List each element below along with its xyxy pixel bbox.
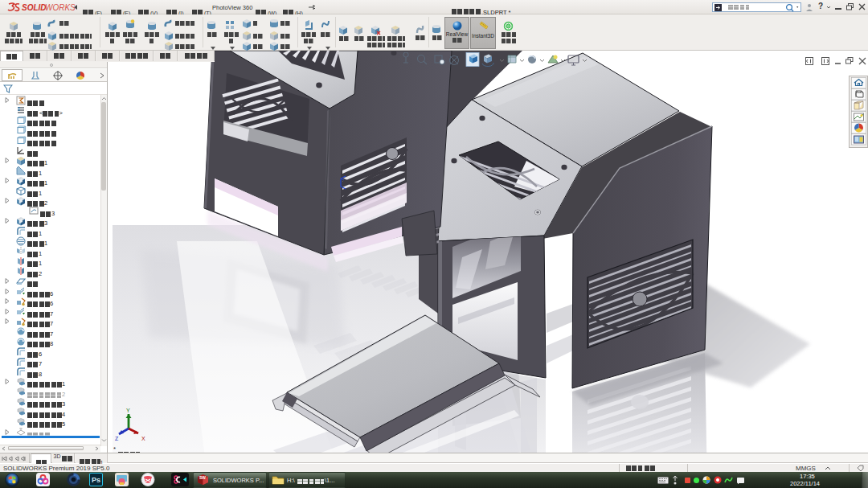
svg-text:X: X <box>141 436 145 441</box>
svg-text:Y: Y <box>126 408 130 413</box>
svg-text:SW: SW <box>199 475 206 480</box>
svg-text:Z: Z <box>115 436 119 441</box>
svg-text:WORKS: WORKS <box>45 3 76 12</box>
svg-text:SOLID: SOLID <box>22 3 47 12</box>
